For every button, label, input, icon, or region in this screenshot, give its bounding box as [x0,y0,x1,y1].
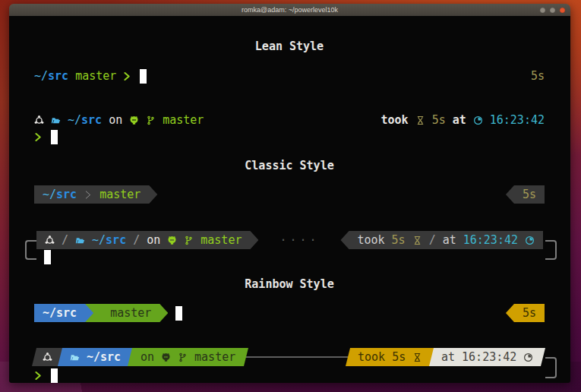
classic-prompt-1: ~/src master 5s [34,185,545,204]
classic-left-segment: ~/src master [34,185,157,204]
duration-value: 5s [392,349,406,365]
git-branch-name: master [194,349,235,365]
duration-value: 5s [432,112,446,128]
lean-prompt-2-line-2 [34,130,545,144]
clock-icon [525,236,535,245]
dir-name: src [106,232,126,248]
lean-title-text: Lean Style [255,39,324,54]
at-label: at [443,232,456,248]
segment-slash-separator: / [62,232,68,248]
dir-path: ~/src [87,349,121,365]
at-label: at [453,112,466,128]
at-label: at [441,349,455,365]
dir-name: src [56,187,77,202]
classic-title-text: Classic Style [245,158,333,173]
folder-icon [51,115,61,125]
rainbow-duration-segment: 5s [506,304,545,322]
lean-prompt-2-line-1: ~/src on master took 5s at 16:23:42 [34,112,545,128]
duration-value: 5s [392,232,406,248]
git-branch-name: master [110,305,151,321]
clock-icon [523,352,533,362]
github-octocat-icon [167,236,177,245]
close-button[interactable] [560,8,565,13]
duration-badge: 5s [523,187,536,202]
git-branch-name: master [99,187,141,202]
rainbow-title-text: Rainbow Style [245,277,333,292]
rainbow-prompt-2-line-1: ~/src on master took 5s at 16:23:42 [34,348,543,366]
dir-prefix: ~/ [92,232,106,248]
git-branch-name: master [201,232,242,248]
clock-icon [473,115,483,125]
lean-prompt-1: ~/src master 5s [34,68,545,84]
terminal-content: Lean Style ~/src master 5s ~/src on mast… [9,16,570,383]
ubuntu-logo-icon [43,352,52,362]
classic-right-segment: took 5s / at 16:23:42 [340,231,543,249]
duration-badge: 5s [531,68,545,84]
prompt-frame-right [545,357,557,378]
segment-chevron-icon [84,188,93,201]
took-label: took [357,232,384,248]
titlebar[interactable]: romka@adam: ~/powerlevel10k [9,4,570,16]
classic-prompt-2-line-2 [44,250,545,264]
folder-icon [75,236,85,245]
rainbow-dir-segment: ~/src [34,304,93,322]
github-octocat-icon [161,352,171,362]
took-label: took [381,112,409,128]
git-segment: on master [128,348,248,366]
text-cursor [140,69,147,84]
time-value: 16:23:42 [462,349,516,365]
time-segment: at 16:23:42 [429,348,545,366]
git-branch-name: master [163,112,204,128]
classic-left-segment: / ~/src / on master [36,231,258,249]
desktop: Lean Style ~/src master 5s ~/src on mast… [0,0,581,392]
on-label: on [109,112,122,128]
window-buttons [540,8,565,13]
dir-prefix: ~/ [34,68,48,84]
hourglass-icon [415,115,425,125]
prompt-frame-left [25,240,36,260]
github-octocat-icon [129,115,139,125]
minimize-button[interactable] [540,8,545,13]
on-label: on [147,232,160,248]
section-title-classic: Classic Style [34,158,545,173]
dir-name: src [48,68,68,84]
segment-slash-separator: / [429,232,436,248]
text-cursor [51,130,58,144]
classic-right-segment: 5s [506,185,545,204]
section-title-lean: Lean Style [34,39,545,54]
gap-dots: ···· [258,232,340,248]
maximize-button[interactable] [550,8,555,13]
time-value: 16:23:42 [490,112,545,128]
time-value: 16:23:42 [463,232,518,248]
took-label: took [358,349,385,365]
rainbow-prompt-2-line-2 [34,368,545,383]
duration-badge: 5s [523,305,536,321]
window-title: romka@adam: ~/powerlevel10k [242,4,338,16]
dir-prefix: ~/ [43,187,56,202]
text-cursor [51,368,58,383]
prompt-chevron-icon [123,71,133,81]
dir-segment: ~/src [58,348,133,366]
dir-name: src [81,112,102,128]
rainbow-branch-segment: master [85,304,168,322]
ubuntu-logo-icon [34,115,44,125]
on-label: on [141,349,154,365]
dir-prefix: ~/ [68,112,81,128]
hourglass-icon [412,352,422,362]
segment-connector-line [245,356,349,358]
git-branch-name: master [75,68,116,84]
dir-path: ~/src [43,305,77,321]
text-cursor [44,250,51,264]
terminal-window[interactable]: Lean Style ~/src master 5s ~/src on mast… [9,4,570,383]
git-branch-icon [146,115,156,125]
prompt-chevron-icon [34,132,44,142]
duration-segment: took 5s [346,348,434,366]
text-cursor [175,306,182,321]
prompt-chevron-icon [34,371,44,381]
ubuntu-logo-icon [45,236,55,245]
hourglass-icon [412,236,422,245]
rainbow-prompt-1: ~/src master 5s [34,304,545,322]
segment-slash-separator: / [133,232,140,248]
git-branch-icon [184,236,194,245]
prompt-frame-right [545,240,557,260]
